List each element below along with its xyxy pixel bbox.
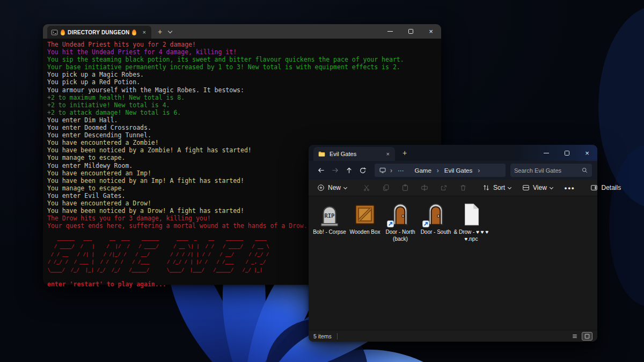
refresh-icon	[359, 167, 367, 174]
file-label: Door - North (back)	[383, 229, 418, 242]
forward-arrow-icon	[331, 166, 339, 174]
shortcut-arrow-icon	[422, 220, 429, 227]
terminal-log-line: You pick up a Red Potion.	[47, 78, 437, 86]
search-input[interactable]	[514, 167, 579, 174]
chevron-down-icon	[550, 186, 553, 189]
file-icon: RIP	[316, 201, 343, 228]
up-arrow-icon	[345, 166, 353, 174]
items-count: 5 items	[313, 333, 332, 339]
file-grid[interactable]: RIP Bob! - Corpse Wooden Box Door - Nort…	[309, 196, 597, 330]
file-label: Door - South	[418, 229, 453, 236]
tab-dropdown-icon[interactable]	[169, 29, 172, 33]
paste-button[interactable]	[398, 182, 413, 193]
this-pc-icon[interactable]	[379, 167, 386, 174]
breadcrumb-chevron: ›	[389, 167, 394, 174]
maximize-button[interactable]	[557, 145, 577, 161]
up-button[interactable]	[342, 164, 356, 178]
explorer-window-controls: ×	[536, 145, 597, 161]
breadcrumb-item-evil-gates[interactable]: Evil Gates	[443, 167, 474, 174]
paste-icon	[401, 184, 409, 191]
svg-text:RIP: RIP	[325, 212, 335, 219]
new-button[interactable]: New	[314, 182, 350, 193]
terminal-tab[interactable]: DIRECTORY DUNGEON ×	[47, 26, 151, 39]
explorer-titlebar: Evil Gates × + ×	[309, 145, 597, 161]
rename-icon	[421, 184, 428, 191]
file-label: Wooden Box	[347, 229, 383, 236]
back-button[interactable]	[314, 164, 328, 178]
close-button[interactable]: ×	[577, 145, 597, 161]
divider	[337, 333, 338, 339]
terminal-log-line: +2 to maximum health! New total is 8.	[47, 94, 437, 101]
terminal-log-line: You armour yourself with the Magic Robes…	[47, 86, 437, 94]
document-icon	[458, 201, 485, 228]
breadcrumb-chevron: ›	[435, 167, 441, 174]
address-bar[interactable]: › ··· Game › Evil Gates ›	[375, 164, 506, 177]
explorer-navbar: › ··· Game › Evil Gates ›	[309, 161, 597, 180]
delete-button[interactable]	[456, 182, 471, 193]
list-view-icon	[572, 333, 578, 339]
copy-icon	[382, 184, 390, 191]
flame-icon	[132, 29, 136, 35]
share-icon	[440, 184, 448, 191]
explorer-tab[interactable]: Evil Gates ×	[313, 147, 395, 161]
view-button-label: View	[533, 184, 547, 191]
tab-close-icon[interactable]: ×	[141, 29, 147, 35]
terminal-tab-title: DIRECTORY DUNGEON	[68, 29, 129, 35]
minimize-button[interactable]	[380, 24, 400, 39]
file-explorer-window: Evil Gates × + × › ··· Game ›	[309, 145, 597, 342]
forward-button[interactable]	[328, 164, 342, 178]
terminal-log-line: You hit the Undead Priest for 4 damage, …	[47, 48, 437, 56]
file-icon	[387, 201, 414, 228]
rename-button[interactable]	[417, 182, 432, 193]
trash-icon	[459, 184, 467, 191]
search-box	[510, 164, 592, 177]
terminal-log-line: You enter Dim Hall.	[47, 116, 437, 124]
file-icon	[422, 201, 449, 228]
thumbnail-view-toggle[interactable]	[582, 332, 592, 341]
view-icon	[522, 184, 530, 191]
shortcut-arrow-icon	[387, 220, 394, 227]
breadcrumb-overflow[interactable]: ···	[396, 167, 406, 174]
console-icon	[51, 29, 58, 36]
close-button[interactable]: ×	[421, 24, 441, 39]
minimize-button[interactable]	[536, 145, 557, 161]
refresh-button[interactable]	[356, 164, 370, 178]
view-button[interactable]: View	[519, 182, 557, 193]
file-tile[interactable]: Door - South	[418, 201, 453, 236]
share-button[interactable]	[436, 182, 451, 193]
file-label: & Drow - ♥ ♥ ♥ ♥.npc	[453, 229, 489, 242]
explorer-statusbar: 5 items	[309, 330, 597, 342]
file-tile[interactable]: & Drow - ♥ ♥ ♥ ♥.npc	[453, 201, 489, 242]
new-tab-button[interactable]: +	[402, 149, 407, 157]
search-icon	[581, 167, 588, 174]
copy-button[interactable]	[378, 182, 393, 193]
breadcrumb-item-game[interactable]: Game	[413, 167, 433, 174]
details-button[interactable]: Details	[587, 182, 624, 193]
terminal-log-line: You sip the steaming black potion, its s…	[47, 56, 437, 63]
terminal-titlebar: DIRECTORY DUNGEON × + ×	[43, 24, 441, 39]
file-tile[interactable]: Door - North (back)	[383, 201, 418, 242]
file-tile[interactable]: Wooden Box	[347, 201, 383, 236]
terminal-log-line: You enter Descending Tunnel.	[47, 131, 437, 139]
folder-icon	[318, 150, 326, 158]
cut-button[interactable]	[359, 182, 374, 193]
terminal-window-controls: ×	[380, 24, 441, 39]
more-options-button[interactable]: •••	[561, 182, 579, 194]
sort-button[interactable]: Sort	[479, 182, 515, 193]
file-tile[interactable]: RIP Bob! - Corpse	[312, 201, 347, 236]
new-tab-button[interactable]: +	[158, 28, 162, 35]
thumbnail-view-icon	[584, 333, 590, 339]
chevron-down-icon	[344, 186, 347, 189]
tab-close-icon[interactable]: ×	[385, 151, 391, 157]
file-label: Bob! - Corpse	[312, 229, 347, 236]
breadcrumb-chevron: ›	[476, 167, 481, 174]
flame-icon	[61, 29, 65, 35]
maximize-button[interactable]	[400, 24, 421, 39]
sort-button-label: Sort	[493, 184, 505, 191]
details-button-label: Details	[601, 184, 621, 191]
cut-icon	[363, 184, 370, 191]
new-plus-icon	[317, 184, 325, 191]
chevron-down-icon	[508, 186, 511, 189]
file-icon	[458, 201, 485, 228]
list-view-toggle[interactable]	[569, 332, 580, 341]
